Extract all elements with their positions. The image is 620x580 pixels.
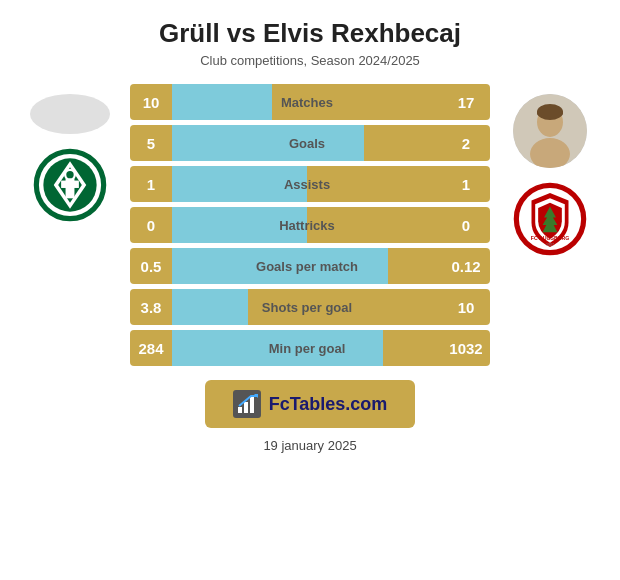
svg-point-8 <box>66 171 73 178</box>
stat-right-value: 1032 <box>442 340 490 357</box>
fctables-banner: FcTables.com <box>205 380 416 428</box>
svg-text:FC AUGSBURG: FC AUGSBURG <box>531 235 569 241</box>
fca-logo: FC AUGSBURG 1907 <box>513 182 587 256</box>
main-content: 10Matches175Goals21Assists10Hattricks00.… <box>10 84 610 366</box>
stat-right-value: 0.12 <box>442 258 490 275</box>
stat-bar-area: Min per goal <box>172 330 442 366</box>
stat-left-value: 0.5 <box>130 258 172 275</box>
stat-row: 284Min per goal1032 <box>130 330 490 366</box>
stat-left-value: 3.8 <box>130 299 172 316</box>
player-photo <box>513 94 587 168</box>
stat-row: 3.8Shots per goal10 <box>130 289 490 325</box>
stat-label: Matches <box>281 95 333 110</box>
stat-left-value: 284 <box>130 340 172 357</box>
stat-bar-area: Matches <box>172 84 442 120</box>
stat-bar-fill <box>172 84 272 120</box>
stat-left-value: 0 <box>130 217 172 234</box>
svg-rect-13 <box>537 110 563 116</box>
stat-label: Hattricks <box>279 218 335 233</box>
page: Grüll vs Elvis Rexhbecaj Club competitio… <box>0 0 620 580</box>
werder-logo <box>33 148 107 222</box>
stat-label: Goals per match <box>256 259 358 274</box>
page-title: Grüll vs Elvis Rexhbecaj <box>159 18 461 49</box>
left-player-oval <box>30 94 110 134</box>
date-text: 19 january 2025 <box>263 438 356 453</box>
stat-right-value: 2 <box>442 135 490 152</box>
svg-rect-21 <box>250 397 254 413</box>
stat-right-value: 10 <box>442 299 490 316</box>
stat-row: 0.5Goals per match0.12 <box>130 248 490 284</box>
stat-left-value: 5 <box>130 135 172 152</box>
stat-left-value: 10 <box>130 94 172 111</box>
stat-bar-area: Assists <box>172 166 442 202</box>
stat-row: 5Goals2 <box>130 125 490 161</box>
left-column <box>10 84 130 222</box>
fctables-icon <box>233 390 261 418</box>
svg-rect-19 <box>238 407 242 413</box>
stat-left-value: 1 <box>130 176 172 193</box>
stat-row: 1Assists1 <box>130 166 490 202</box>
stat-label: Assists <box>284 177 330 192</box>
stat-right-value: 1 <box>442 176 490 193</box>
stat-bar-area: Shots per goal <box>172 289 442 325</box>
stat-row: 0Hattricks0 <box>130 207 490 243</box>
right-column: FC AUGSBURG 1907 <box>490 84 610 256</box>
svg-rect-20 <box>244 402 248 413</box>
fctables-text: FcTables.com <box>269 394 388 415</box>
stat-label: Goals <box>289 136 325 151</box>
stat-row: 10Matches17 <box>130 84 490 120</box>
stat-right-value: 17 <box>442 94 490 111</box>
stats-container: 10Matches175Goals21Assists10Hattricks00.… <box>130 84 490 366</box>
stat-bar-area: Goals <box>172 125 442 161</box>
stat-label: Min per goal <box>269 341 346 356</box>
stat-bar-fill <box>172 125 364 161</box>
stat-label: Shots per goal <box>262 300 352 315</box>
stat-bar-fill <box>172 289 248 325</box>
stat-right-value: 0 <box>442 217 490 234</box>
svg-rect-6 <box>61 181 79 188</box>
svg-text:1907: 1907 <box>546 243 554 247</box>
page-subtitle: Club competitions, Season 2024/2025 <box>200 53 420 68</box>
stat-bar-area: Hattricks <box>172 207 442 243</box>
stat-bar-area: Goals per match <box>172 248 442 284</box>
